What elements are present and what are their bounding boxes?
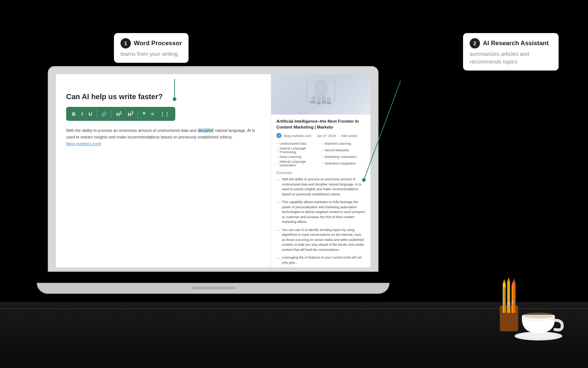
svg-rect-7	[310, 102, 315, 103]
svg-marker-27	[513, 278, 516, 283]
callout-ai-research: 2 AI Research Assistant summarizes artic…	[463, 33, 559, 71]
svg-rect-21	[507, 303, 510, 305]
tag-unstructured-data: Unstructured Data	[276, 142, 320, 145]
word-processor-panel: Can AI help us write faster? B I U 🔗 H1 …	[56, 74, 271, 267]
svg-rect-19	[507, 282, 510, 313]
tag-machine-learning: Machine Learning	[322, 142, 366, 145]
coffee-cup-svg	[513, 300, 568, 340]
article-source: blog.marketo.com	[284, 134, 312, 138]
summary-item-1: With the ability to process an enormous …	[276, 177, 365, 197]
divider-1	[96, 110, 97, 118]
laptop-body: Can AI help us write faster? B I U 🔗 H1 …	[48, 66, 379, 272]
callout-2-title: AI Research Assistant	[483, 40, 549, 47]
summary-item-2: This capability allows marketers to full…	[276, 200, 365, 225]
tag-neural-networks: Neural Networks	[322, 147, 366, 154]
meta-separator-1: ·	[314, 134, 315, 138]
article-meta: ✓ blog.marketo.com · Apr 27 2018 · 948 w…	[276, 133, 365, 138]
callout-2-header: 2 AI Research Assistant	[470, 38, 552, 48]
summary-label: Summary	[276, 171, 365, 175]
laptop-base	[37, 283, 390, 294]
callout-1-number: 1	[121, 38, 131, 48]
tags-grid: Unstructured Data Machine Learning Natur…	[276, 142, 365, 167]
tag-nlp: Natural Language Processing	[276, 147, 320, 154]
heading1-button[interactable]: H1	[114, 110, 124, 118]
meta-separator-2: ·	[338, 134, 339, 138]
article-content: Artificial Intelligence–the Next Frontie…	[271, 115, 370, 267]
laptop: Can AI help us write faster? B I U 🔗 H1 …	[48, 66, 379, 294]
summary-item-3: You can use AI to identify trending topi…	[276, 228, 365, 253]
callout-2-number: 2	[470, 38, 480, 48]
tag-marketing-automation: Marketing Automation	[322, 155, 366, 159]
document-body: With the ability to process an enormous …	[66, 127, 261, 147]
list-button[interactable]: ≡	[149, 110, 156, 118]
more-button[interactable]: ⋮⋮	[158, 110, 172, 118]
article-title: Artificial Intelligence–the Next Frontie…	[276, 118, 365, 130]
article-date: Apr 27 2018	[317, 134, 336, 138]
svg-point-31	[523, 313, 554, 318]
svg-point-2	[313, 80, 328, 98]
divider-2	[111, 110, 112, 118]
svg-marker-20	[507, 277, 510, 282]
svg-rect-10	[327, 102, 331, 104]
tag-seamless: Seamless Integration	[322, 160, 366, 167]
heading2-button[interactable]: H2	[126, 110, 136, 118]
summary-section: Summary With the ability to process an e…	[276, 171, 365, 265]
callout-1-header: 1 Word Processor	[121, 38, 182, 48]
tag-deep-learning: Deep Learning	[276, 155, 320, 159]
source-icon: ✓	[276, 133, 282, 138]
link-button[interactable]: 🔗	[99, 110, 109, 118]
coffee-cup	[513, 300, 568, 340]
formatting-toolbar[interactable]: B I U 🔗 H1 H2 ❝ ≡ ⋮⋮	[66, 107, 175, 121]
scene: Can AI help us write faster? B I U 🔗 H1 …	[0, 0, 588, 368]
document-title: Can AI help us write faster?	[66, 93, 261, 101]
svg-rect-8	[316, 102, 321, 104]
body-text-before: With the ability to process an enormous …	[66, 128, 198, 133]
highlighted-word: decipher	[198, 128, 214, 133]
callout-1-title: Word Processor	[134, 40, 182, 47]
divider-3	[138, 110, 138, 118]
svg-rect-25	[503, 287, 506, 313]
research-panel: Artificial Intelligence–the Next Frontie…	[271, 74, 370, 267]
underline-button[interactable]: U	[86, 110, 94, 118]
callout-1-description: learns from your writing	[121, 50, 182, 58]
laptop-screen: Can AI help us write faster? B I U 🔗 H1 …	[56, 74, 370, 267]
article-image	[271, 74, 370, 115]
tag-nlg: Natural Language Generation	[276, 160, 320, 167]
callout-word-processor: 1 Word Processor learns from your writin…	[114, 33, 189, 63]
callout-2-description: summarizes articles and recommends topic…	[470, 50, 552, 65]
italic-button[interactable]: I	[79, 110, 85, 118]
svg-rect-9	[322, 102, 326, 103]
article-words: 948 words	[341, 134, 358, 138]
svg-marker-17	[503, 279, 506, 284]
article-link[interactable]: blog.marketo.com	[68, 141, 100, 146]
robot-hands-illustration	[299, 76, 343, 113]
quote-button[interactable]: ❝	[140, 110, 147, 118]
bold-button[interactable]: B	[70, 110, 78, 118]
summary-item-4: Leveraging the AI features in your curre…	[276, 255, 365, 265]
